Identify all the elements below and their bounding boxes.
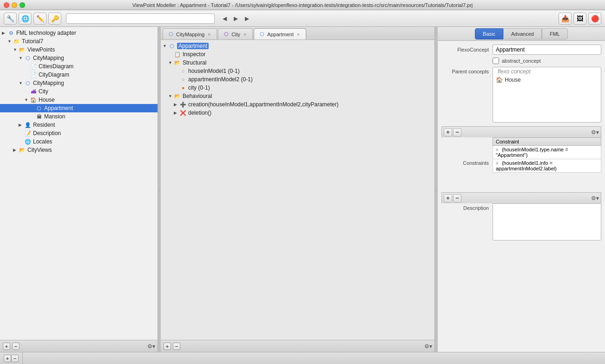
resident-label: Resident bbox=[33, 122, 55, 128]
center-gear-btn[interactable]: ⚙▾ bbox=[424, 343, 432, 350]
description-add-btn[interactable]: + bbox=[444, 194, 452, 202]
center-behavioural-arrow[interactable]: ▼ bbox=[168, 94, 174, 98]
tab-city-label: City bbox=[231, 32, 240, 37]
concept-item-flexo[interactable]: flexo concept bbox=[493, 67, 601, 76]
tree-arrow-citymapping2[interactable]: ▼ bbox=[19, 81, 24, 85]
tree-arrow-fml[interactable]: ▶ bbox=[2, 31, 7, 35]
center-structural-arrow[interactable]: ▼ bbox=[168, 60, 174, 65]
constraints-gear-btn[interactable]: ⚙▾ bbox=[591, 129, 599, 136]
constraints-add-btn[interactable]: + bbox=[444, 128, 452, 136]
flexoconcept-row: FlexoConcept bbox=[441, 45, 601, 55]
constraint-value-1: (houseInModel1.type.name = "Appartment") bbox=[496, 147, 568, 158]
tree-arrow-citymapping1[interactable]: ▼ bbox=[19, 56, 24, 60]
toolbar-btn-4[interactable]: 🔑 bbox=[48, 13, 61, 25]
viewpoints-label: ViewPoints bbox=[27, 46, 55, 53]
description-remove-btn[interactable]: − bbox=[453, 194, 461, 202]
tab-appartment[interactable]: ⬡ Appartment × bbox=[254, 28, 306, 39]
table-row[interactable]: ≡ (houseInModel1.info = appartmentInMode… bbox=[493, 159, 601, 173]
center-houseinmodel1-icon: ○ bbox=[179, 67, 187, 75]
tree-item-mansion[interactable]: 🏛 Mansion bbox=[0, 112, 158, 121]
nav-forward-1[interactable]: ▶ bbox=[230, 13, 241, 24]
description-area[interactable] bbox=[493, 203, 601, 240]
citiesdiagram-label: CitiesDiagram bbox=[39, 63, 73, 70]
toolbar-right-btn-1[interactable]: 📥 bbox=[559, 13, 572, 25]
tree-item-citiesdiagram[interactable]: 📄 CitiesDiagram bbox=[0, 62, 158, 71]
center-tree-appartmentinmodel2[interactable]: ○ appartmentInModel2 (0-1) bbox=[161, 75, 434, 84]
tab-city-close[interactable]: × bbox=[242, 32, 248, 37]
left-remove-btn[interactable]: − bbox=[12, 343, 20, 350]
tree-item-fml[interactable]: ▶ ⚙ FML technology adapter bbox=[0, 29, 158, 37]
tree-item-house[interactable]: ▼ 🏠 House bbox=[0, 96, 158, 104]
tree-arrow-tutorial7[interactable]: ▼ bbox=[7, 39, 13, 44]
toolbar: 🔧 🌐 ✏️ 🔑 Tutorial7 ◀ ▶ ▶ 📥 🖼 🔴 bbox=[0, 10, 605, 27]
constraints-remove-btn[interactable]: − bbox=[453, 128, 461, 136]
tab-citymapping-close[interactable]: × bbox=[206, 32, 212, 37]
tree-arrow-cityviews[interactable]: ▶ bbox=[13, 148, 19, 152]
tree-item-cityviews[interactable]: ▶ 📂 CityViews bbox=[0, 146, 158, 154]
table-row[interactable]: ≡ (houseInModel1.type.name = "Appartment… bbox=[493, 146, 601, 159]
center-deletion-arrow[interactable]: ▶ bbox=[174, 110, 179, 115]
tree-arrow-resident[interactable]: ▶ bbox=[19, 123, 24, 127]
tab-city[interactable]: ⬡ City × bbox=[218, 28, 253, 39]
center-tree-root[interactable]: ▼ ⬡ Appartment bbox=[161, 42, 434, 50]
description-gear-btn[interactable]: ⚙▾ bbox=[591, 195, 599, 202]
center-tree-creation[interactable]: ▶ ➕ creation(houseInModel1,appartmentInM… bbox=[161, 100, 434, 109]
tree-item-citymapping1[interactable]: ▼ ⬡ CityMapping bbox=[0, 54, 158, 62]
description-section: + − ⚙▾ Description bbox=[441, 192, 601, 240]
tree-arrow-viewpoints[interactable]: ▼ bbox=[13, 47, 19, 52]
tab-appartment-close[interactable]: × bbox=[296, 32, 301, 37]
tree-item-citymapping2[interactable]: ▼ ⬡ CityMapping bbox=[0, 79, 158, 87]
right-tab-fml[interactable]: FML bbox=[542, 28, 568, 39]
center-tree-structural[interactable]: ▼ 📂 Structural bbox=[161, 58, 434, 67]
center-tree-city[interactable]: ● city (0-1) bbox=[161, 84, 434, 92]
toolbar-btn-3[interactable]: ✏️ bbox=[33, 13, 46, 25]
concept-item-house[interactable]: 🏠 House bbox=[493, 76, 601, 84]
close-button[interactable] bbox=[4, 2, 9, 8]
toolbar-right: 📥 🖼 🔴 bbox=[559, 13, 601, 25]
right-tab-advanced[interactable]: Advanced bbox=[503, 28, 542, 39]
flexoconcept-input[interactable] bbox=[493, 45, 601, 55]
center-root-arrow[interactable]: ▼ bbox=[163, 44, 168, 48]
toolbar-right-btn-2[interactable]: 🖼 bbox=[573, 13, 586, 25]
traffic-lights[interactable] bbox=[4, 2, 25, 8]
toolbar-btn-1[interactable]: 🔧 bbox=[4, 13, 17, 25]
tree-item-viewpoints[interactable]: ▼ 📂 ViewPoints bbox=[0, 46, 158, 54]
tree-item-city[interactable]: 🏙 City bbox=[0, 87, 158, 96]
center-remove-btn[interactable]: − bbox=[173, 343, 180, 350]
nav-forward-2[interactable]: ▶ bbox=[242, 13, 252, 24]
left-add-btn[interactable]: + bbox=[3, 343, 10, 350]
nav-back[interactable]: ◀ bbox=[219, 13, 230, 24]
resident-icon: 👤 bbox=[24, 121, 32, 129]
center-tree-behavioural[interactable]: ▼ 📂 Behavioural bbox=[161, 92, 434, 100]
tree-item-citydiagram[interactable]: 📄 CityDiagram bbox=[0, 71, 158, 79]
center-tree-houseinmodel1[interactable]: ○ houseInModel1 (0-1) bbox=[161, 67, 434, 75]
center-root-icon: ⬡ bbox=[168, 42, 176, 50]
tree-arrow-house[interactable]: ▼ bbox=[24, 98, 30, 102]
status-add-remove: + − bbox=[0, 352, 23, 364]
tutorial7-icon: 📁 bbox=[13, 38, 20, 45]
zoom-button[interactable] bbox=[20, 2, 25, 8]
status-add-btn[interactable]: + bbox=[4, 355, 11, 362]
center-tree-inspector[interactable]: 📋 Inspector bbox=[161, 50, 434, 58]
center-creation-arrow[interactable]: ▶ bbox=[174, 102, 179, 107]
toolbar-btn-2[interactable]: 🌐 bbox=[19, 13, 32, 25]
center-add-btn[interactable]: + bbox=[164, 343, 171, 350]
right-tab-basic[interactable]: Basic bbox=[475, 28, 503, 39]
status-remove-btn[interactable]: − bbox=[11, 355, 19, 362]
abstract-concept-checkbox[interactable] bbox=[493, 58, 499, 64]
tree-item-locales[interactable]: 🌐 Locales bbox=[0, 137, 158, 146]
constraint-row-1: ≡ (houseInModel1.type.name = "Appartment… bbox=[493, 146, 601, 159]
tree-item-resident[interactable]: ▶ 👤 Resident bbox=[0, 121, 158, 129]
tab-citymapping[interactable]: ⬡ CityMapping × bbox=[163, 28, 217, 39]
minimize-button[interactable] bbox=[12, 2, 17, 8]
tabs-bar: ⬡ CityMapping × ⬡ City × ⬡ Appartment × bbox=[161, 27, 434, 40]
tree-item-tutorial7[interactable]: ▼ 📁 Tutorial7 bbox=[0, 37, 158, 46]
tree-item-description[interactable]: 📝 Description bbox=[0, 129, 158, 137]
left-gear-btn[interactable]: ⚙▾ bbox=[147, 343, 155, 350]
url-bar[interactable]: Tutorial7 bbox=[66, 13, 215, 24]
tree-item-appartment[interactable]: ⬡ Appartment bbox=[0, 104, 158, 112]
left-tree-bottom: + − ⚙▾ bbox=[0, 340, 158, 352]
toolbar-right-btn-3[interactable]: 🔴 bbox=[588, 13, 601, 25]
center-tree-deletion[interactable]: ▶ ❌ deletion() bbox=[161, 109, 434, 117]
center-structural-label: Structural bbox=[183, 59, 206, 66]
